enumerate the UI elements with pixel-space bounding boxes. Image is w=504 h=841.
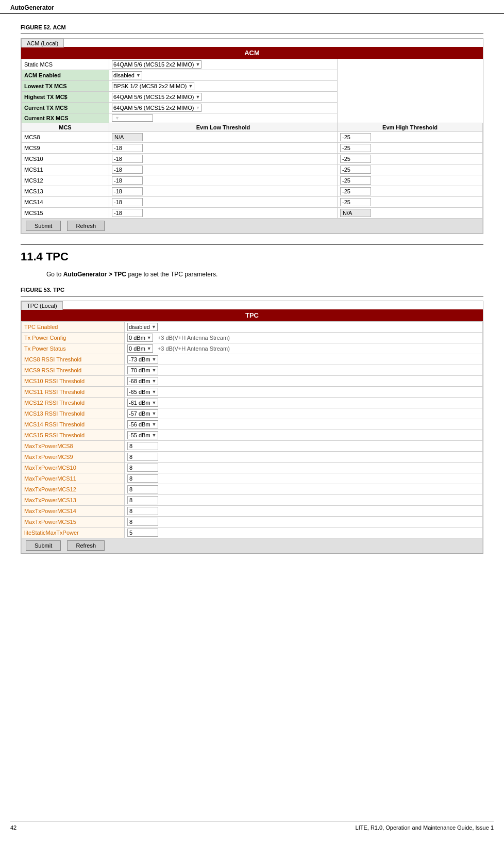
table-row: Current RX MCS ▼ xyxy=(22,113,483,123)
mcs15-high: N/A xyxy=(338,208,483,219)
current-tx-mcs-select[interactable]: 64QAM 5/6 (MCS15 2x2 MIMO)▼ xyxy=(112,104,201,112)
maxtx-mcs15-value: 8 xyxy=(125,517,483,527)
current-rx-mcs-select[interactable]: ▼ xyxy=(112,114,153,122)
table-row: MCS12 RSSI Threshold -61 dBm▼ xyxy=(22,398,483,408)
table-row: MCS11 -18 -25 xyxy=(22,164,483,175)
maxtx-mcs11-label: MaxTxPowerMCS11 xyxy=(22,473,125,484)
acm-panel-tab[interactable]: ACM (Local) xyxy=(21,39,64,47)
mcs8-rssi-select[interactable]: -73 dBm▼ xyxy=(127,355,158,364)
footer-document: LITE, R1.0, Operation and Maintenance Gu… xyxy=(356,824,494,831)
mcs12-rssi-select[interactable]: -61 dBm▼ xyxy=(127,399,158,407)
mcs15-rssi-select[interactable]: -55 dBm▼ xyxy=(127,431,158,439)
table-row: MCS9 -18 -25 xyxy=(22,143,483,154)
mcs15-rssi-label: MCS15 RSSI Threshold xyxy=(22,430,125,441)
mcs15-low: -18 xyxy=(109,208,338,219)
mcs11-rssi-select[interactable]: -65 dBm▼ xyxy=(127,388,158,396)
evm-high-header: Evm High Threshold xyxy=(338,123,483,132)
maxtx-mcs13-label: MaxTxPowerMCS13 xyxy=(22,495,125,506)
table-row: ACM Enabled disabled▼ xyxy=(22,70,483,81)
mcs14-label: MCS14 xyxy=(22,197,109,208)
table-row: Lowest TX MCS BPSK 1/2 (MCS8 2x2 MIMO)▼ xyxy=(22,81,483,92)
mcs14-high: -25 xyxy=(338,197,483,208)
mcs8-rssi-value: -73 dBm▼ xyxy=(125,354,483,365)
page-content: FIGURE 52. ACM ACM (Local) ACM Static MC… xyxy=(0,14,504,595)
tpc-refresh-button[interactable]: Refresh xyxy=(67,540,105,551)
lowest-tx-mcs-select[interactable]: BPSK 1/2 (MCS8 2x2 MIMO)▼ xyxy=(112,82,194,90)
current-rx-mcs-value: ▼ xyxy=(109,113,338,123)
static-mcs-label: Static MCS xyxy=(22,59,109,70)
maxtx-mcs8-value: 8 xyxy=(125,441,483,452)
table-row: Tx Power Status 0 dBm▼ +3 dB(V+H Antenna… xyxy=(22,343,483,354)
mcs13-rssi-select[interactable]: -57 dBm▼ xyxy=(127,409,158,418)
table-row: liteStaticMaxTxPower 5 xyxy=(22,527,483,538)
mcs10-rssi-label: MCS10 RSSI Threshold xyxy=(22,376,125,387)
maxtx-mcs14-value: 8 xyxy=(125,506,483,517)
maxtx-mcs11-value: 8 xyxy=(125,473,483,484)
maxtx-mcs10-label: MaxTxPowerMCS10 xyxy=(22,463,125,473)
static-mcs-value: 64QAM 5/6 (MCS15 2x2 MIMO)▼ xyxy=(109,59,338,70)
table-row: Tx Power Config 0 dBm▼ +3 dB(V+H Antenna… xyxy=(22,333,483,343)
mcs-col-header: MCS xyxy=(22,123,109,132)
mcs13-rssi-value: -57 dBm▼ xyxy=(125,408,483,419)
mcs14-rssi-select[interactable]: -56 dBm▼ xyxy=(127,420,158,428)
acm-enabled-select[interactable]: disabled▼ xyxy=(112,71,142,79)
mcs-header-row: MCS Evm Low Threshold Evm High Threshold xyxy=(22,123,483,132)
mcs12-low: -18 xyxy=(109,175,338,186)
mcs15-rssi-value: -55 dBm▼ xyxy=(125,430,483,441)
figure52-label: FIGURE 52. ACM xyxy=(21,24,483,30)
mcs10-rssi-select[interactable]: -68 dBm▼ xyxy=(127,377,158,385)
acm-enabled-value: disabled▼ xyxy=(109,70,338,81)
tpc-panel-tab[interactable]: TPC (Local) xyxy=(21,301,63,310)
mcs11-rssi-value: -65 dBm▼ xyxy=(125,387,483,398)
mcs12-rssi-value: -61 dBm▼ xyxy=(125,398,483,408)
page-header: AutoGenerator xyxy=(0,0,504,14)
acm-panel-title: ACM xyxy=(21,47,483,59)
table-row: MCS15 RSSI Threshold -55 dBm▼ xyxy=(22,430,483,441)
lite-static-maxtx-label: liteStaticMaxTxPower xyxy=(22,527,125,538)
table-row: MCS13 -18 -25 xyxy=(22,186,483,197)
mcs8-low: N/A xyxy=(109,132,338,143)
mcs9-high: -25 xyxy=(338,143,483,154)
tx-power-status-label: Tx Power Status xyxy=(22,343,125,354)
acm-buttons: Submit Refresh xyxy=(22,219,483,234)
lite-static-maxtx-value: 5 xyxy=(125,527,483,538)
mcs13-low: -18 xyxy=(109,186,338,197)
table-row: MCS8 N/A -25 xyxy=(22,132,483,143)
table-row: MaxTxPowerMCS13 8 xyxy=(22,495,483,506)
maxtx-mcs12-label: MaxTxPowerMCS12 xyxy=(22,484,125,495)
lowest-tx-mcs-value: BPSK 1/2 (MCS8 2x2 MIMO)▼ xyxy=(109,81,338,92)
tx-power-config-value: 0 dBm▼ +3 dB(V+H Antenna Stream) xyxy=(125,333,483,343)
mcs14-rssi-label: MCS14 RSSI Threshold xyxy=(22,419,125,430)
tx-power-config-select[interactable]: 0 dBm▼ xyxy=(127,334,153,342)
mcs12-rssi-label: MCS12 RSSI Threshold xyxy=(22,398,125,408)
tx-power-status-select[interactable]: 0 dBm▼ xyxy=(127,344,153,353)
highest-tx-mcs-select[interactable]: 64QAM 5/6 (MCS15 2x2 MIMO)▼ xyxy=(112,93,201,101)
current-tx-mcs-label: Current TX MCS xyxy=(22,103,109,113)
acm-refresh-button[interactable]: Refresh xyxy=(67,221,105,231)
highest-tx-mcs-value: 64QAM 5/6 (MCS15 2x2 MIMO)▼ xyxy=(109,92,338,103)
figure53-label: FIGURE 53. TPC xyxy=(21,287,483,293)
tpc-enabled-select[interactable]: disabled▼ xyxy=(127,323,158,331)
header-title: AutoGenerator xyxy=(10,4,54,11)
acm-panel: ACM (Local) ACM Static MCS 64QAM 5/6 (MC… xyxy=(21,38,483,234)
mcs9-low: -18 xyxy=(109,143,338,154)
table-row: MaxTxPowerMCS10 8 xyxy=(22,463,483,473)
mcs12-high: -25 xyxy=(338,175,483,186)
table-row: Static MCS 64QAM 5/6 (MCS15 2x2 MIMO)▼ xyxy=(22,59,483,70)
table-row: MCS12 -18 -25 xyxy=(22,175,483,186)
section-11-4-body: Go to AutoGenerator > TPC page to set th… xyxy=(46,270,483,279)
tpc-submit-button[interactable]: Submit xyxy=(26,540,61,551)
mcs10-low: -18 xyxy=(109,154,338,164)
maxtx-mcs9-label: MaxTxPowerMCS9 xyxy=(22,452,125,463)
static-mcs-select[interactable]: 64QAM 5/6 (MCS15 2x2 MIMO)▼ xyxy=(112,60,201,69)
mcs11-low: -18 xyxy=(109,164,338,175)
acm-submit-button[interactable]: Submit xyxy=(26,221,61,231)
table-row: MCS9 RSSI Threshold -70 dBm▼ xyxy=(22,365,483,376)
maxtx-mcs13-value: 8 xyxy=(125,495,483,506)
mcs13-rssi-label: MCS13 RSSI Threshold xyxy=(22,408,125,419)
maxtx-mcs14-label: MaxTxPowerMCS14 xyxy=(22,506,125,517)
mcs9-rssi-select[interactable]: -70 dBm▼ xyxy=(127,366,158,374)
table-row: Current TX MCS 64QAM 5/6 (MCS15 2x2 MIMO… xyxy=(22,103,483,113)
tpc-buttons: Submit Refresh xyxy=(22,538,483,553)
maxtx-mcs12-value: 8 xyxy=(125,484,483,495)
